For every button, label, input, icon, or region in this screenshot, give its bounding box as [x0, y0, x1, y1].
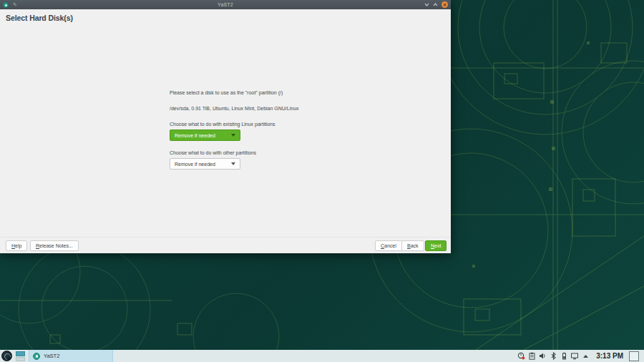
bluetooth-icon[interactable] [549, 352, 557, 361]
task-label: YaST2 [44, 353, 59, 359]
other-partitions-select[interactable]: Remove if needed [170, 158, 240, 170]
window-title: YaST2 [0, 2, 451, 7]
battery-icon[interactable] [560, 352, 568, 361]
minimize-button[interactable] [424, 2, 429, 7]
dialog-footer: Help Release Notes... Cancel Back Next [0, 237, 451, 253]
taskbar-item-yast2[interactable]: YaST2 [29, 350, 113, 362]
virtual-desktop-pager[interactable] [16, 351, 25, 361]
caret-up-icon[interactable] [581, 352, 590, 361]
existing-partitions-value: Remove if needed [175, 133, 215, 138]
back-button[interactable]: Back [401, 240, 424, 251]
clipboard-icon[interactable] [527, 352, 536, 361]
help-button[interactable]: Help [6, 240, 27, 251]
cancel-button[interactable]: Cancel [375, 240, 402, 251]
start-menu-button[interactable] [1, 351, 12, 361]
existing-partitions-label: Choose what to do with existing Linux pa… [170, 122, 275, 127]
window-titlebar[interactable]: ✎ YaST2 ✕ [0, 0, 451, 9]
maximize-button[interactable] [433, 2, 438, 7]
updates-icon[interactable] [517, 352, 525, 361]
release-notes-button[interactable]: Release Notes... [30, 240, 79, 251]
show-desktop-button[interactable] [629, 351, 639, 361]
desktop-2[interactable] [16, 357, 25, 361]
next-button[interactable]: Next [425, 240, 447, 251]
display-icon[interactable] [570, 352, 579, 361]
other-partitions-value: Remove if needed [175, 162, 215, 167]
disk-prompt-text: Please select a disk to use as the "root… [170, 90, 283, 95]
other-partitions-label: Choose what to do with other partitions [170, 150, 256, 155]
taskbar: YaST2 [0, 350, 644, 362]
volume-icon[interactable] [538, 352, 547, 361]
yast2-window: ✎ YaST2 ✕ Select Hard Disk(s) Please sel… [0, 0, 451, 253]
yast-app-icon [33, 353, 40, 360]
disk-option[interactable]: /dev/sda, 0.91 TiB, Ubuntu, Linux Mint, … [170, 106, 299, 111]
desktop-1-active[interactable] [16, 351, 25, 356]
existing-partitions-select[interactable]: Remove if needed [170, 129, 240, 141]
chevron-down-icon [231, 162, 235, 165]
chevron-down-icon [231, 134, 235, 137]
system-tray: 3:13 PM [517, 351, 644, 361]
desktop: ✎ YaST2 ✕ Select Hard Disk(s) Please sel… [0, 0, 644, 362]
clock[interactable]: 3:13 PM [596, 352, 623, 360]
close-button[interactable]: ✕ [441, 1, 448, 8]
page-title: Select Hard Disk(s) [6, 14, 73, 22]
